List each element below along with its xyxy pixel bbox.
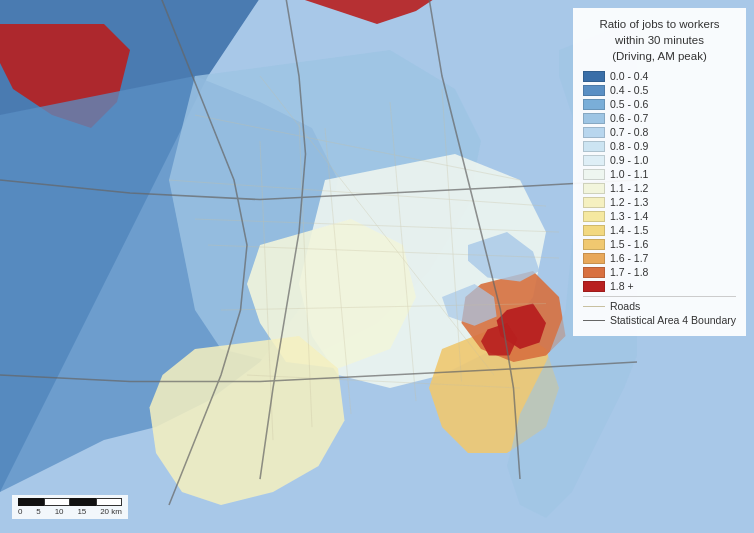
- legend-line-symbol: [583, 306, 605, 308]
- legend-swatch: [583, 169, 605, 180]
- legend-range-label: 0.7 - 0.8: [610, 126, 649, 138]
- legend-swatch: [583, 113, 605, 124]
- scale-label-20: 20 km: [100, 507, 122, 516]
- scale-bar-graphic: [18, 498, 122, 506]
- legend-item: 1.6 - 1.7: [583, 252, 736, 264]
- legend-line-symbol: [583, 320, 605, 322]
- legend-title: Ratio of jobs to workers within 30 minut…: [583, 16, 736, 64]
- legend-swatch: [583, 253, 605, 264]
- legend-items: 0.0 - 0.40.4 - 0.50.5 - 0.60.6 - 0.70.7 …: [583, 70, 736, 292]
- scale-bar: 0 5 10 15 20 km: [12, 495, 128, 519]
- legend-item: 0.8 - 0.9: [583, 140, 736, 152]
- legend-panel: Ratio of jobs to workers within 30 minut…: [573, 8, 746, 336]
- legend-item: 1.7 - 1.8: [583, 266, 736, 278]
- scale-seg-2: [44, 498, 70, 506]
- legend-extra-item: Roads: [583, 300, 736, 312]
- scale-seg-1: [18, 498, 44, 506]
- legend-swatch: [583, 239, 605, 250]
- legend-range-label: 1.6 - 1.7: [610, 252, 649, 264]
- legend-swatch: [583, 183, 605, 194]
- legend-swatch: [583, 267, 605, 278]
- legend-range-label: 1.8 +: [610, 280, 634, 292]
- legend-extras: RoadsStatistical Area 4 Boundary: [583, 300, 736, 326]
- scale-label-10: 10: [55, 507, 64, 516]
- legend-item: 1.0 - 1.1: [583, 168, 736, 180]
- legend-swatch: [583, 281, 605, 292]
- legend-range-label: 1.7 - 1.8: [610, 266, 649, 278]
- legend-range-label: 1.3 - 1.4: [610, 210, 649, 222]
- legend-item: 1.2 - 1.3: [583, 196, 736, 208]
- legend-swatch: [583, 211, 605, 222]
- legend-item: 0.7 - 0.8: [583, 126, 736, 138]
- map-container: Ratio of jobs to workers within 30 minut…: [0, 0, 754, 533]
- legend-swatch: [583, 99, 605, 110]
- scale-labels: 0 5 10 15 20 km: [18, 507, 122, 516]
- scale-label-0: 0: [18, 507, 22, 516]
- legend-divider: [583, 296, 736, 297]
- legend-extra-label: Statistical Area 4 Boundary: [610, 314, 736, 326]
- legend-range-label: 1.4 - 1.5: [610, 224, 649, 236]
- legend-item: 0.5 - 0.6: [583, 98, 736, 110]
- legend-range-label: 1.0 - 1.1: [610, 168, 649, 180]
- legend-item: 0.0 - 0.4: [583, 70, 736, 82]
- legend-item: 1.4 - 1.5: [583, 224, 736, 236]
- legend-range-label: 0.5 - 0.6: [610, 98, 649, 110]
- legend-item: 1.1 - 1.2: [583, 182, 736, 194]
- legend-swatch: [583, 71, 605, 82]
- legend-item: 1.3 - 1.4: [583, 210, 736, 222]
- legend-range-label: 0.9 - 1.0: [610, 154, 649, 166]
- legend-swatch: [583, 127, 605, 138]
- legend-item: 0.6 - 0.7: [583, 112, 736, 124]
- legend-range-label: 0.4 - 0.5: [610, 84, 649, 96]
- legend-swatch: [583, 155, 605, 166]
- legend-range-label: 1.2 - 1.3: [610, 196, 649, 208]
- scale-label-15: 15: [77, 507, 86, 516]
- legend-extra-label: Roads: [610, 300, 640, 312]
- legend-item: 1.5 - 1.6: [583, 238, 736, 250]
- legend-swatch: [583, 197, 605, 208]
- legend-item: 1.8 +: [583, 280, 736, 292]
- legend-range-label: 0.6 - 0.7: [610, 112, 649, 124]
- legend-range-label: 1.5 - 1.6: [610, 238, 649, 250]
- scale-seg-4: [96, 498, 122, 506]
- legend-swatch: [583, 141, 605, 152]
- legend-extra-item: Statistical Area 4 Boundary: [583, 314, 736, 326]
- legend-swatch: [583, 85, 605, 96]
- legend-item: 0.4 - 0.5: [583, 84, 736, 96]
- legend-swatch: [583, 225, 605, 236]
- scale-label-5: 5: [36, 507, 40, 516]
- legend-range-label: 0.0 - 0.4: [610, 70, 649, 82]
- legend-range-label: 1.1 - 1.2: [610, 182, 649, 194]
- legend-range-label: 0.8 - 0.9: [610, 140, 649, 152]
- legend-item: 0.9 - 1.0: [583, 154, 736, 166]
- scale-seg-3: [70, 498, 96, 506]
